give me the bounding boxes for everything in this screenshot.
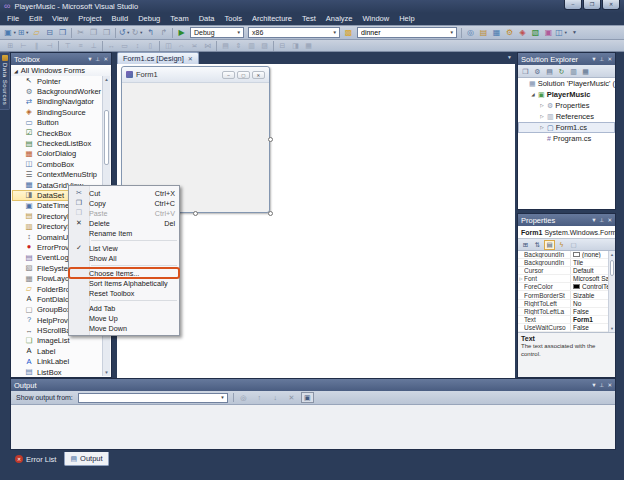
toolbar-button[interactable]: ◎▼ xyxy=(464,27,477,38)
solution-explorer-toolbar-button[interactable]: ▥ xyxy=(568,66,579,77)
property-value[interactable]: Default xyxy=(570,267,608,274)
toolbox-item[interactable]: ◫ComboBox xyxy=(12,159,102,169)
layout-toolbar-button[interactable]: ⊟▼ xyxy=(276,40,289,51)
toolbar-button[interactable]: ⊟▼ xyxy=(43,27,56,38)
solution-explorer-toolbar-button[interactable]: ⚙ xyxy=(532,66,543,77)
layout-toolbar-button[interactable]: ◨▼ xyxy=(289,40,302,51)
context-item-delete[interactable]: ✕DeleteDel xyxy=(69,218,179,228)
solution-explorer-toolbar-button[interactable]: ▤ xyxy=(544,66,555,77)
output-toolbar-button[interactable]: ◎ xyxy=(237,392,250,403)
layout-toolbar-button[interactable]: ⊣▼ xyxy=(43,40,56,51)
layout-toolbar-button[interactable]: ▤▼ xyxy=(219,40,232,51)
property-value[interactable]: Tile xyxy=(570,259,608,266)
toolbox-item[interactable]: ALinkLabel xyxy=(12,357,102,367)
scrollbar-thumb[interactable] xyxy=(610,260,614,276)
property-row[interactable]: BackgroundIn(none) xyxy=(518,251,608,259)
property-row[interactable]: UseWaitCursoFalse xyxy=(518,324,608,332)
restore-button[interactable]: ❐ xyxy=(583,0,601,10)
context-item-paste[interactable]: ❒PasteCtrl+V xyxy=(69,208,179,218)
context-item-add-tab[interactable]: Add Tab xyxy=(69,303,179,313)
debug-configuration-combo[interactable]: Debug ▼ xyxy=(190,27,244,38)
output-content[interactable] xyxy=(11,405,615,449)
menu-item-debug[interactable]: Debug xyxy=(133,13,165,25)
toolbar-button[interactable]: ⚙▼ xyxy=(503,27,516,38)
scroll-down-icon[interactable]: ▼ xyxy=(103,370,110,375)
layout-toolbar-button[interactable]: ▭▼ xyxy=(118,40,131,51)
expander-icon[interactable]: ▷ xyxy=(539,125,545,130)
solution-explorer-toolbar-button[interactable]: ↻ xyxy=(556,66,567,77)
toolbox-item[interactable]: ▤ListBox xyxy=(12,367,102,376)
property-value[interactable]: False xyxy=(570,308,608,315)
tree-item-project[interactable]: ◢▣PlayerMusic xyxy=(518,89,615,100)
tree-item-program[interactable]: #Program.cs xyxy=(518,133,615,144)
document-tab-form1-design[interactable]: Form1.cs [Design] ✕ xyxy=(117,52,199,64)
platform-combo[interactable]: x86 ▼ xyxy=(248,27,340,38)
property-row[interactable]: ▷FontMicrosoft Sans S xyxy=(518,275,608,283)
toolbox-item[interactable]: ↖Pointer xyxy=(12,76,102,86)
tree-item-properties[interactable]: ▷⚙Properties xyxy=(518,100,615,111)
toolbar-button[interactable]: ↰▼ xyxy=(144,27,157,38)
menu-item-view[interactable]: View xyxy=(47,13,73,25)
search-combo[interactable]: ▼ xyxy=(357,27,457,38)
context-item-choose-items[interactable]: Choose Items... xyxy=(69,268,179,278)
layout-toolbar-button[interactable]: ◫▼ xyxy=(162,40,175,51)
pin-icon[interactable]: ⊥ xyxy=(600,56,605,62)
context-item-copy[interactable]: ❐CopyCtrl+C xyxy=(69,198,179,208)
toolbar-button[interactable]: ▦▼ xyxy=(490,27,503,38)
toolbar-button[interactable]: ❒▼ xyxy=(100,27,113,38)
resize-handle-corner[interactable] xyxy=(268,211,273,216)
menu-item-window[interactable]: Window xyxy=(357,13,394,25)
toolbar-button[interactable]: ◈▼ xyxy=(516,27,529,38)
close-icon[interactable]: ✕ xyxy=(607,217,612,223)
properties-scrollbar[interactable]: ▲ ▼ xyxy=(608,251,615,332)
layout-toolbar-button[interactable]: ⇔▼ xyxy=(175,40,188,51)
toolbar-button[interactable]: ▤▼ xyxy=(477,27,490,38)
properties-toolbar-button[interactable]: ▢ xyxy=(568,240,579,250)
layout-toolbar-button[interactable]: ⊢▼ xyxy=(17,40,30,51)
menu-item-file[interactable]: File xyxy=(2,13,24,25)
property-row[interactable]: BackgroundInTile xyxy=(518,259,608,267)
tab-output[interactable]: ▤ Output xyxy=(64,452,108,466)
pin-icon[interactable]: ⊥ xyxy=(600,217,605,223)
layout-toolbar-button[interactable]: ▯▼ xyxy=(144,40,157,51)
menu-item-analyze[interactable]: Analyze xyxy=(321,13,358,25)
property-value[interactable]: No xyxy=(570,300,608,307)
scroll-down-icon[interactable]: ▼ xyxy=(610,326,614,331)
context-item-reset-toolbox[interactable]: Reset Toolbox xyxy=(69,288,179,298)
data-sources-tab[interactable]: Data Sources xyxy=(0,52,10,110)
context-item-move-up[interactable]: Move Up xyxy=(69,313,179,323)
context-item-rename-item[interactable]: Rename Item xyxy=(69,228,179,238)
context-item-show-all[interactable]: Show All xyxy=(69,253,179,263)
tab-error-list[interactable]: ✕ Error List xyxy=(10,452,61,466)
toolbar-button[interactable]: ▣▼ xyxy=(542,27,555,38)
toolbox-item[interactable]: ▦ColorDialog xyxy=(12,149,102,159)
menu-item-team[interactable]: Team xyxy=(165,13,193,25)
solution-explorer-toolbar-button[interactable]: ❐ xyxy=(520,66,531,77)
toolbox-item[interactable]: ALabel xyxy=(12,346,102,356)
layout-toolbar-button[interactable]: ≡▼ xyxy=(74,40,87,51)
toolbar-button[interactable]: ⊞▼ xyxy=(17,27,30,38)
search-input[interactable] xyxy=(361,29,448,36)
close-icon[interactable]: ✕ xyxy=(607,382,612,388)
toolbar-button[interactable]: ↺▼ xyxy=(118,27,131,38)
layout-toolbar-button[interactable]: ⋈▼ xyxy=(201,40,214,51)
tree-item-solution[interactable]: ▦Solution 'PlayerMusic' (1 project) xyxy=(518,78,615,89)
context-item-list-view[interactable]: ✓List View xyxy=(69,243,179,253)
layout-toolbar-button[interactable]: ▨▼ xyxy=(258,40,271,51)
property-row[interactable]: RightToLeftNo xyxy=(518,300,608,308)
property-value[interactable]: (none) xyxy=(570,251,608,258)
menu-item-help[interactable]: Help xyxy=(394,13,419,25)
layout-toolbar-button[interactable]: ⇕▼ xyxy=(232,40,245,51)
context-item-move-down[interactable]: Move Down xyxy=(69,323,179,333)
close-button[interactable]: ✕ xyxy=(602,0,620,10)
toolbar-button[interactable]: ✂▼ xyxy=(74,27,87,38)
layout-toolbar-button[interactable]: ⊥▼ xyxy=(87,40,100,51)
tree-item-form1[interactable]: ▷▢Form1.cs xyxy=(518,122,615,133)
close-tab-icon[interactable]: ✕ xyxy=(188,55,193,62)
context-item-cut[interactable]: ✂CutCtrl+X xyxy=(69,188,179,198)
toolbox-item[interactable]: ▤CheckedListBox xyxy=(12,138,102,148)
property-row[interactable]: TextForm1 xyxy=(518,316,608,324)
toolbar-button[interactable]: ▱▼ xyxy=(30,27,43,38)
properties-toolbar-button[interactable]: ⊞ xyxy=(520,240,531,250)
layout-toolbar-button[interactable]: ▦▼ xyxy=(302,40,315,51)
